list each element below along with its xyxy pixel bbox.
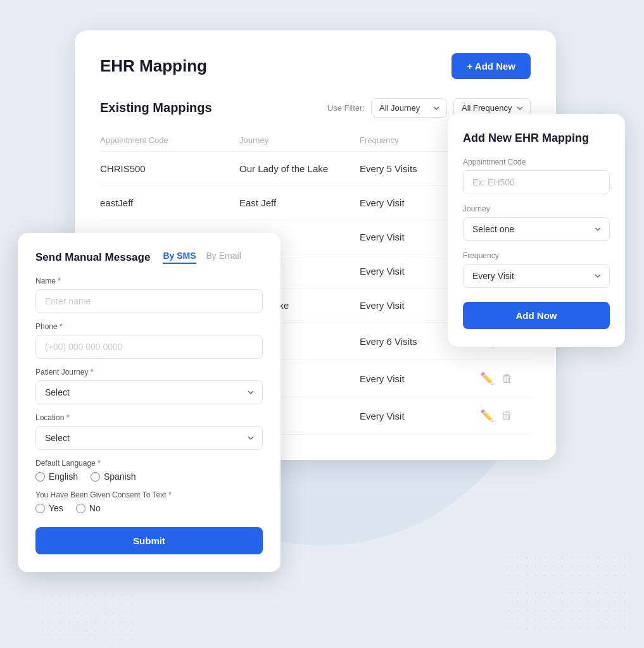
col-header-code: Appointment Code: [100, 135, 239, 145]
spanish-label: Spanish: [104, 471, 136, 482]
appointment-code-label: Appointment Code: [463, 158, 610, 166]
add-new-button[interactable]: + Add New: [451, 53, 531, 79]
english-radio[interactable]: [35, 472, 45, 482]
spanish-radio-label[interactable]: Spanish: [91, 471, 136, 482]
journey-label: Journey: [463, 204, 610, 213]
patient-journey-label-row: Patient Journey *: [35, 368, 263, 377]
consent-no-radio[interactable]: [76, 504, 85, 513]
consent-label-row: You Have Been Given Consent To Text *: [35, 490, 263, 499]
cell-frequency: Every Visit: [360, 373, 480, 384]
panel-header-row: Send Manual Message By SMS By Email: [35, 251, 263, 264]
cell-actions: ✏️ 🗑: [480, 409, 531, 423]
cell-code: eastJeff: [100, 197, 239, 208]
consent-yes-radio[interactable]: [35, 504, 45, 513]
edit-icon[interactable]: ✏️: [480, 371, 494, 385]
tab-sms[interactable]: By SMS: [163, 251, 196, 264]
name-label: Name *: [35, 277, 263, 285]
location-label: Location *: [35, 413, 263, 422]
edit-icon[interactable]: ✏️: [480, 409, 494, 423]
default-language-label-row: Default Language *: [35, 459, 263, 468]
main-card-header: EHR Mapping + Add New: [100, 53, 531, 79]
tab-group: By SMS By Email: [163, 251, 241, 264]
decorative-dots-2: [38, 591, 133, 642]
default-language-label: Default Language *: [35, 459, 263, 468]
name-input[interactable]: [35, 289, 263, 313]
section-title: Existing Mappings: [100, 101, 212, 115]
journey-filter-select[interactable]: All Journey: [371, 98, 447, 118]
main-title: EHR Mapping: [100, 56, 207, 76]
delete-icon[interactable]: 🗑: [502, 409, 513, 423]
decorative-dots-1: [505, 553, 631, 629]
cell-code: CHRIS500: [100, 163, 239, 174]
journey-group: Journey Select one East Jeff Our Lady of…: [463, 204, 610, 241]
phone-label-row: Phone *: [35, 322, 263, 331]
tab-email[interactable]: By Email: [206, 251, 241, 264]
location-select[interactable]: Select: [35, 426, 263, 450]
delete-icon[interactable]: 🗑: [502, 372, 513, 385]
cell-frequency: Every Visit: [360, 411, 480, 421]
cell-actions: ✏️ 🗑: [480, 371, 531, 385]
no-label: No: [89, 503, 101, 513]
consent-no-label[interactable]: No: [76, 503, 101, 513]
language-radio-group: English Spanish: [35, 471, 263, 482]
consent-yes-label[interactable]: Yes: [35, 503, 63, 513]
phone-input[interactable]: [35, 335, 263, 359]
cell-journey: East Jeff: [239, 197, 360, 208]
location-label-row: Location *: [35, 413, 263, 422]
name-label-row: Name *: [35, 277, 263, 285]
appointment-code-group: Appointment Code: [463, 158, 610, 194]
yes-label: Yes: [49, 503, 63, 513]
frequency-group: Frequency Every Visit Every 5 Visits Eve…: [463, 251, 610, 288]
cell-journey: Our Lady of the Lake: [239, 163, 360, 174]
spanish-radio[interactable]: [91, 472, 100, 482]
frequency-label: Frequency: [463, 251, 610, 260]
english-label: English: [49, 471, 78, 482]
manual-msg-title: Send Manual Message: [35, 251, 150, 264]
journey-select[interactable]: Select one East Jeff Our Lady of the Lak…: [463, 217, 610, 241]
consent-label: You Have Been Given Consent To Text *: [35, 490, 263, 499]
frequency-select[interactable]: Every Visit Every 5 Visits Every 6 Visit…: [463, 264, 610, 288]
col-header-journey: Journey: [239, 135, 360, 145]
english-radio-label[interactable]: English: [35, 471, 78, 482]
submit-button[interactable]: Submit: [35, 527, 263, 554]
phone-label: Phone *: [35, 322, 263, 331]
filter-label: Use Filter:: [327, 103, 365, 113]
patient-journey-select[interactable]: Select: [35, 380, 263, 404]
patient-journey-label: Patient Journey *: [35, 368, 263, 377]
consent-radio-group: Yes No: [35, 503, 263, 513]
add-now-button[interactable]: Add Now: [463, 302, 610, 329]
add-ehr-title: Add New EHR Mapping: [463, 132, 610, 145]
appointment-code-input[interactable]: [463, 170, 610, 194]
manual-message-panel: Send Manual Message By SMS By Email Name…: [18, 233, 281, 572]
add-ehr-panel: Add New EHR Mapping Appointment Code Jou…: [448, 114, 625, 347]
